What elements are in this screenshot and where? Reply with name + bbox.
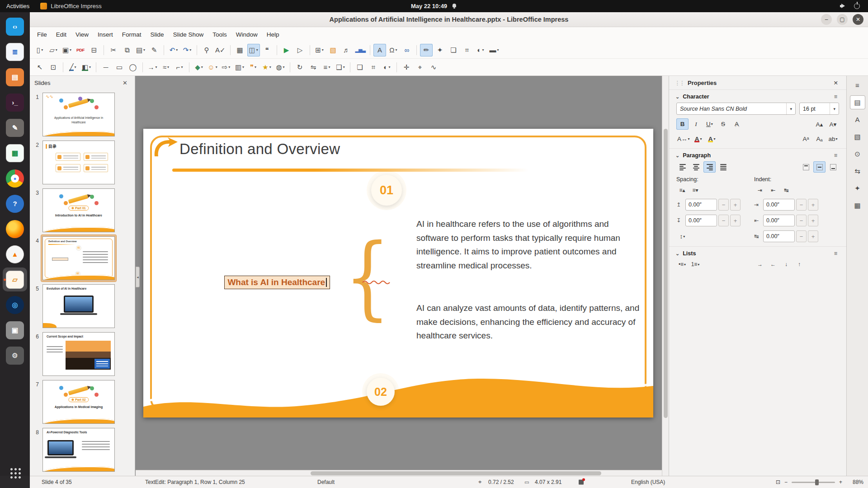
section-more-options-button[interactable]: ≡ xyxy=(831,93,840,100)
zoom-slider-handle[interactable] xyxy=(815,479,819,485)
insert-image-button[interactable]: ▧ xyxy=(327,44,340,56)
object-size-status[interactable]: 4.07 x 2.91 xyxy=(535,479,561,485)
insert-textbox-button[interactable]: A xyxy=(373,44,386,56)
spacing-below-field[interactable]: 0.00″ xyxy=(685,215,717,226)
lists-section-header[interactable]: Lists ≡ xyxy=(669,246,846,259)
dock-show-applications[interactable] xyxy=(3,460,27,484)
sidebar-settings-button[interactable]: ≡ xyxy=(850,78,865,92)
align-vertical-center-button[interactable] xyxy=(813,161,826,173)
slide-thumbnail-2[interactable]: 目录 xyxy=(41,139,116,186)
slide-title[interactable]: Definition and Overview xyxy=(179,141,340,158)
comments-button[interactable]: ❝ xyxy=(261,44,274,56)
dock-settings-app[interactable]: ⚙ xyxy=(3,343,27,367)
tab-styles[interactable]: A xyxy=(850,113,865,127)
dock-libreoffice-impress[interactable]: ▱ xyxy=(3,267,27,291)
align-justified-button[interactable] xyxy=(717,161,729,173)
slide-thumbnail-7[interactable]: Part 02 Applications in Medical Imaging xyxy=(41,379,116,425)
lines-and-arrows-tool[interactable]: → xyxy=(146,61,159,74)
rotate-tool[interactable]: ↻ xyxy=(293,61,306,74)
align-bottom-button[interactable] xyxy=(827,161,839,173)
first-line-indent-increase-button[interactable]: + xyxy=(808,230,818,242)
dock-help[interactable]: ? xyxy=(3,192,27,216)
flowchart-tool[interactable]: ▥ xyxy=(233,61,246,74)
dock-archive-app[interactable]: ▣ xyxy=(3,318,27,342)
tab-animation[interactable]: ✦ xyxy=(850,181,865,195)
slide-thumbnail-5[interactable]: Evolution of AI in Healthcare xyxy=(41,283,116,329)
indent-after-increase-button[interactable]: + xyxy=(808,215,818,226)
zoom-out-button[interactable]: − xyxy=(784,479,788,485)
system-tray[interactable] xyxy=(840,3,868,9)
indent-before-decrease-button[interactable]: − xyxy=(796,199,807,211)
maximize-button[interactable]: ▢ xyxy=(837,14,848,25)
indent-before-field[interactable]: 0.00″ xyxy=(763,199,795,211)
horizontal-scrollbar-thumb[interactable] xyxy=(311,471,601,475)
menu-window[interactable]: Window xyxy=(231,29,262,40)
close-button[interactable]: ✕ xyxy=(853,14,863,25)
properties-close-button[interactable]: ✕ xyxy=(831,79,841,87)
line-color-button[interactable]: ╱ xyxy=(66,61,79,74)
decrease-font-size-button[interactable]: A▾ xyxy=(827,118,839,130)
squiggle-decoration[interactable] xyxy=(362,278,390,286)
slide-thumbnail-4-selected[interactable]: Definition and Overview 01 02 xyxy=(41,235,116,282)
save-button[interactable]: ▣ xyxy=(61,44,73,56)
combobox-caret-icon[interactable] xyxy=(786,103,795,114)
increase-font-size-button[interactable]: A▴ xyxy=(813,118,826,130)
ellipse-tool[interactable]: ◯ xyxy=(127,61,139,74)
to-curve-button[interactable]: ∿ xyxy=(427,61,440,74)
indent-after-field[interactable]: 0.00″ xyxy=(763,215,795,226)
image-filter-button[interactable]: ◐ xyxy=(381,61,393,74)
panel-drag-handle[interactable] xyxy=(675,80,684,86)
tab-gallery[interactable]: ▧ xyxy=(850,130,865,144)
slide-thumbnail-1[interactable]: Applications of Artificial Intelligence … xyxy=(41,91,116,138)
dock-blue-swirl-app[interactable]: ◎ xyxy=(3,293,27,317)
symbol-shapes-tool[interactable]: ☺ xyxy=(206,61,219,74)
slide-thumbnail-6[interactable]: Current Scope and Impact xyxy=(41,331,116,377)
decrease-indent-button[interactable]: ⇤ xyxy=(767,185,779,195)
spacing-above-field[interactable]: 0.00″ xyxy=(685,199,717,211)
callout-shapes-tool[interactable]: ❞ xyxy=(247,61,259,74)
print-button[interactable]: ⊟ xyxy=(88,44,100,56)
shadow-button[interactable]: ❏ xyxy=(447,44,460,56)
increase-paragraph-spacing-button[interactable]: ≡▴ xyxy=(676,185,688,195)
highlighting-color-button[interactable]: A xyxy=(706,133,718,145)
keyword-textbox-editing[interactable]: What is AI in Healthcare xyxy=(224,276,330,289)
language-status[interactable]: English (USA) xyxy=(631,479,665,485)
section-more-options-button[interactable]: ≡ xyxy=(831,250,840,257)
menu-insert[interactable]: Insert xyxy=(93,29,118,40)
decrease-paragraph-spacing-button[interactable]: ≡▾ xyxy=(689,185,701,195)
horizontal-scrollbar[interactable] xyxy=(136,470,662,476)
menu-format[interactable]: Format xyxy=(118,29,146,40)
cut-button[interactable]: ✂ xyxy=(107,44,120,56)
strikethrough-button[interactable]: S xyxy=(717,118,729,130)
line-spacing-button[interactable]: ↕ xyxy=(676,231,689,242)
tab-master-slides[interactable]: ▦ xyxy=(850,198,865,212)
document-modified-icon[interactable] xyxy=(579,480,584,485)
body-paragraph-2[interactable]: AI can analyze vast amounts of data, ide… xyxy=(416,301,642,343)
font-name-combobox[interactable]: Source Han Sans CN Bold xyxy=(676,103,796,115)
slide-thumbnail-3[interactable]: Part 01 Introduction to AI in Healthcare xyxy=(41,187,116,234)
copy-button[interactable]: ⧉ xyxy=(121,44,133,56)
zoom-percent[interactable]: 88% xyxy=(846,479,863,485)
menu-help[interactable]: Help xyxy=(262,29,284,40)
slides-panel-close-button[interactable]: ✕ xyxy=(120,79,130,87)
bold-button[interactable]: B xyxy=(676,118,689,130)
block-arrows-tool[interactable]: ⇨ xyxy=(220,61,232,74)
minimize-button[interactable]: – xyxy=(821,14,832,25)
special-character-button[interactable]: Ω xyxy=(387,44,400,56)
rectangle-tool[interactable]: ▭ xyxy=(113,61,126,74)
menu-view[interactable]: View xyxy=(71,29,93,40)
tab-slide-transition[interactable]: ⇆ xyxy=(850,164,865,178)
align-left-button[interactable] xyxy=(676,161,689,173)
slide-canvas-area[interactable]: ◂ Definition and Overview 01 What is AI … xyxy=(136,76,662,470)
text-shadow-button[interactable]: A xyxy=(731,118,743,130)
align-right-button[interactable] xyxy=(703,161,716,173)
activities-button[interactable]: Activities xyxy=(6,3,29,9)
glue-points-button[interactable]: ⌖ xyxy=(414,61,426,74)
number-badge-01[interactable]: 01 xyxy=(371,175,402,206)
display-grid-button[interactable]: ▦ xyxy=(234,44,246,56)
insert-table-button[interactable]: ⊞ xyxy=(313,44,326,56)
insert-line-tool[interactable]: ─ xyxy=(99,61,112,74)
tab-navigator[interactable]: ⊙ xyxy=(850,147,865,161)
body-paragraph-1[interactable]: AI in healthcare refers to the use of al… xyxy=(416,217,642,272)
zoom-in-button[interactable]: + xyxy=(839,479,842,485)
